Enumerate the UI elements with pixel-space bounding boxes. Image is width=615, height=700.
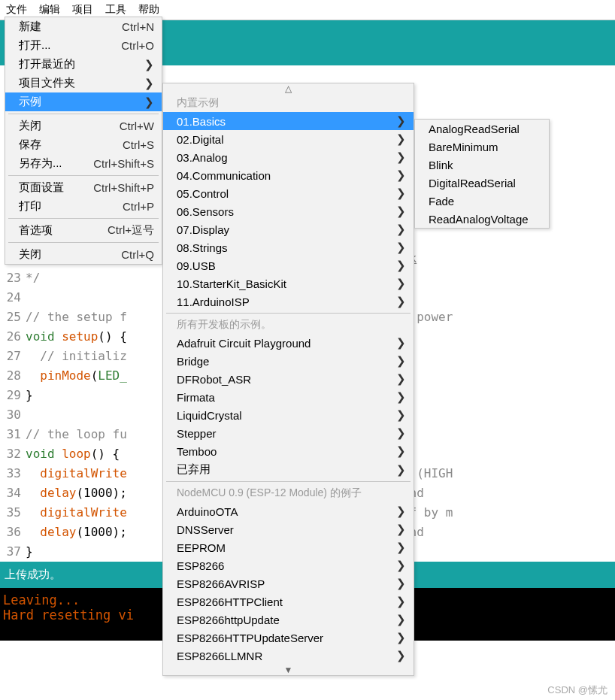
menu-item[interactable]: 示例❯ (5, 92, 162, 111)
menu-item-label: Bridge (177, 355, 389, 368)
menu-item-label: 04.Communication (177, 169, 389, 182)
menu-separator (166, 313, 411, 314)
menu-item[interactable]: 关闭Ctrl+Q (5, 245, 162, 264)
menubar-item[interactable]: 编辑 (33, 2, 66, 18)
menu-item[interactable]: 首选项Ctrl+逗号 (5, 221, 162, 240)
chevron-right-icon: ❯ (389, 444, 406, 458)
watermark: CSDN @愫尤 (547, 683, 607, 697)
menu-item[interactable]: 项目文件夹❯ (5, 74, 162, 92)
menu-shortcut: Ctrl+Shift+S (81, 157, 154, 170)
menu-item[interactable]: 另存为...Ctrl+Shift+S (5, 154, 162, 173)
menu-item-label: ESP8266httpUpdate (177, 614, 389, 626)
menu-item-label: Temboo (177, 445, 389, 458)
menu-item[interactable]: DNSServer❯ (163, 520, 414, 538)
menu-item-label: 07.Display (177, 223, 389, 236)
menu-item[interactable]: 关闭Ctrl+W (5, 117, 162, 135)
menu-item-label: 示例 (19, 95, 137, 109)
menu-item-label: 03.Analog (177, 151, 389, 164)
menu-item-label: Adafruit Circuit Playground (177, 337, 389, 350)
menu-item[interactable]: 01.Basics❯ (163, 112, 414, 130)
menubar-item[interactable]: 项目 (66, 2, 99, 18)
menu-item-label: 保存 (19, 138, 111, 152)
menu-item-label: 另存为... (19, 156, 81, 171)
menu-item[interactable]: Fade (415, 192, 549, 210)
menu-item[interactable]: ReadAnalogVoltage (415, 210, 549, 228)
line-number: 25 (0, 308, 26, 327)
menu-separator (8, 114, 159, 114)
chevron-right-icon: ❯ (389, 223, 406, 236)
menu-item[interactable]: 07.Display❯ (163, 220, 414, 238)
menu-item[interactable]: Adafruit Circuit Playground❯ (163, 334, 414, 352)
chevron-right-icon: ❯ (389, 505, 406, 518)
menu-item[interactable]: Temboo❯ (163, 442, 414, 460)
menu-item[interactable]: ESP8266HTTPUpdateServer❯ (163, 629, 414, 647)
menu-item[interactable]: 03.Analog❯ (163, 148, 414, 166)
menu-item[interactable]: 打开最近的❯ (5, 55, 162, 74)
code-text: } (26, 542, 33, 562)
menu-item[interactable]: 打印Ctrl+P (5, 197, 162, 216)
menu-item[interactable]: EEPROM❯ (163, 538, 414, 556)
menubar-item[interactable]: 帮助 (132, 2, 165, 18)
code-text: } (26, 386, 33, 405)
menu-item[interactable]: 10.StarterKit_BasicKit❯ (163, 274, 414, 292)
menu-item-label: 08.Strings (177, 241, 389, 254)
menu-item[interactable]: 已弃用❯ (163, 460, 414, 479)
menu-item[interactable]: ArduinoOTA❯ (163, 502, 414, 520)
chevron-right-icon: ❯ (389, 559, 406, 572)
menu-item-label: ESP8266LLMNR (177, 650, 389, 662)
menu-item-label: 页面设置 (19, 180, 81, 195)
menu-item[interactable]: 11.ArduinoISP❯ (163, 292, 414, 311)
menu-item[interactable]: ESP8266❯ (163, 556, 414, 574)
chevron-right-icon: ❯ (389, 613, 406, 626)
line-number: 37 (0, 542, 26, 562)
basics-submenu: AnalogReadSerialBareMinimumBlinkDigitalR… (414, 119, 550, 229)
menu-item[interactable]: LiquidCrystal❯ (163, 406, 414, 424)
scroll-up-icon[interactable]: △ (163, 83, 414, 94)
menu-section-header: NodeMCU 0.9 (ESP-12 Module) 的例子 (163, 484, 414, 502)
menu-item[interactable]: 05.Control❯ (163, 184, 414, 202)
menu-item[interactable]: 09.USB❯ (163, 256, 414, 274)
menu-item[interactable]: ESP8266HTTPClient❯ (163, 592, 414, 611)
menu-shortcut: Ctrl+Q (109, 248, 154, 261)
menu-item[interactable]: DFRobot_ASR❯ (163, 370, 414, 388)
menu-item[interactable]: 新建Ctrl+N (5, 17, 162, 36)
menu-item[interactable]: 02.Digital❯ (163, 130, 414, 148)
menu-item-label: 新建 (19, 20, 110, 34)
menu-item[interactable]: BareMinimum (415, 138, 549, 156)
line-number: 32 (0, 444, 26, 464)
chevron-right-icon: ❯ (389, 295, 406, 308)
chevron-right-icon: ❯ (389, 577, 406, 590)
menu-separator (8, 175, 159, 176)
line-number: 36 (0, 523, 26, 542)
menu-item[interactable]: DigitalReadSerial (415, 174, 549, 192)
menu-item-label: 01.Basics (177, 115, 389, 128)
menu-item[interactable]: 页面设置Ctrl+Shift+P (5, 178, 162, 197)
menu-item-label: 打印 (19, 199, 111, 214)
menu-item[interactable]: 保存Ctrl+S (5, 135, 162, 154)
menu-item[interactable]: ESP8266AVRISP❯ (163, 574, 414, 592)
menu-item[interactable]: Stepper❯ (163, 424, 414, 442)
menu-separator (8, 218, 159, 219)
menu-item[interactable]: ESP8266LLMNR❯ (163, 647, 414, 665)
menu-item-label: 02.Digital (177, 133, 389, 146)
menu-item[interactable]: 08.Strings❯ (163, 238, 414, 256)
menu-section-header: 所有开发板的示例。 (163, 316, 414, 334)
menu-section-header: 内置示例 (163, 94, 414, 112)
menu-item[interactable]: ESP8266httpUpdate❯ (163, 611, 414, 629)
menu-item[interactable]: AnalogReadSerial (415, 120, 549, 138)
menu-item[interactable]: Bridge❯ (163, 352, 414, 370)
chevron-right-icon: ❯ (389, 336, 406, 350)
menu-item[interactable]: 04.Communication❯ (163, 166, 414, 184)
menu-item-label: 10.StarterKit_BasicKit (177, 277, 389, 290)
menu-item[interactable]: 06.Sensors❯ (163, 202, 414, 220)
menu-item[interactable]: Firmata❯ (163, 388, 414, 406)
chevron-right-icon: ❯ (137, 77, 154, 90)
scroll-down-icon[interactable]: ▼ (163, 665, 414, 675)
chevron-right-icon: ❯ (389, 372, 406, 386)
chevron-right-icon: ❯ (137, 95, 154, 109)
menu-item[interactable]: 打开...Ctrl+O (5, 36, 162, 55)
menubar-item[interactable]: 文件 (0, 2, 33, 18)
chevron-right-icon: ❯ (389, 132, 406, 146)
menubar-item[interactable]: 工具 (99, 2, 132, 18)
menu-item[interactable]: Blink (415, 156, 549, 174)
